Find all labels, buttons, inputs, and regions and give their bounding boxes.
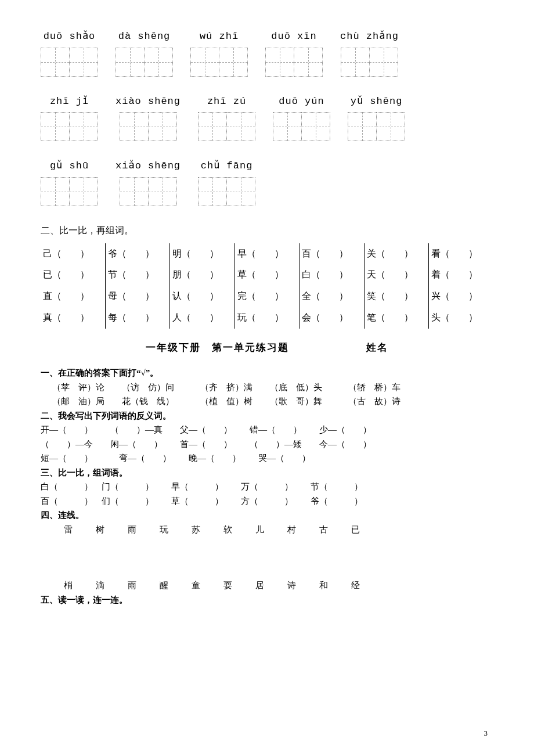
match-char[interactable]: 儿 (244, 523, 276, 537)
char-boxes[interactable] (341, 48, 398, 77)
q2-line[interactable]: 短—（ ） 弯—（ ） 晚—（ ） 哭—（ ） (41, 452, 493, 465)
pinyin-label: xiào shēng (116, 94, 181, 109)
char-boxes[interactable] (198, 112, 255, 141)
grid-cell[interactable]: 朋（ ） (172, 264, 232, 286)
grid-cell[interactable]: 爷（ ） (108, 243, 168, 265)
char-cell[interactable] (41, 112, 70, 141)
grid-cell[interactable]: 百（ ） (302, 243, 362, 265)
grid-cell[interactable]: 认（ ） (172, 286, 232, 307)
grid-cell[interactable]: 草（ ） (237, 264, 297, 286)
grid-cell[interactable]: 玩（ ） (237, 307, 297, 329)
char-cell[interactable] (265, 48, 294, 77)
grid-cell[interactable]: 白（ ） (302, 264, 362, 286)
q2-line[interactable]: 开—（ ） （ ）—真 父—（ ） 错—（ ） 少—（ ） (41, 423, 493, 437)
pinyin-item: chǔ fāng (198, 159, 255, 206)
match-char[interactable]: 和 (308, 579, 340, 592)
grid-cell[interactable]: 天（ ） (367, 264, 427, 286)
grid-cell[interactable]: 笔（ ） (367, 307, 427, 329)
match-char[interactable]: 玩 (148, 523, 180, 537)
match-char[interactable]: 诗 (276, 579, 308, 592)
char-cell[interactable] (198, 177, 227, 206)
match-char[interactable]: 雨 (116, 579, 148, 592)
char-cell[interactable] (190, 48, 219, 77)
match-char[interactable]: 树 (84, 523, 116, 537)
q1-line[interactable]: （苹 评）论 （访 仿）问 （齐 挤）满 （底 低）头 （轿 桥）车 (52, 381, 493, 394)
worksheet-title-row: 一年级下册 第一单元练习题 姓名 (41, 340, 493, 355)
match-char[interactable]: 村 (276, 523, 308, 537)
char-cell[interactable] (226, 177, 255, 206)
char-cell[interactable] (294, 48, 323, 77)
char-cell[interactable] (41, 177, 70, 206)
char-cell[interactable] (301, 112, 330, 141)
grid-cell[interactable]: 每（ ） (108, 307, 168, 329)
grid-column: 早（ ）草（ ）完（ ）玩（ ） (235, 243, 300, 329)
char-boxes[interactable] (120, 112, 177, 141)
q3-line[interactable]: 白（ ） 门（ ） 早（ ） 万（ ） 节（ ） (41, 480, 493, 494)
match-char[interactable]: 滴 (84, 579, 116, 592)
char-cell[interactable] (273, 112, 302, 141)
match-char[interactable]: 醒 (148, 579, 180, 592)
grid-cell[interactable]: 看（ ） (431, 243, 491, 265)
char-cell[interactable] (69, 112, 98, 141)
char-cell[interactable] (148, 177, 177, 206)
match-char[interactable]: 软 (212, 523, 244, 537)
grid-cell[interactable]: 己（ ） (43, 243, 103, 265)
grid-cell[interactable]: 会（ ） (302, 307, 362, 329)
grid-cell[interactable]: 真（ ） (43, 307, 103, 329)
grid-cell[interactable]: 笑（ ） (367, 286, 427, 307)
char-boxes[interactable] (265, 48, 323, 77)
char-boxes[interactable] (41, 112, 98, 141)
grid-cell[interactable]: 完（ ） (237, 286, 297, 307)
grid-cell[interactable]: 已（ ） (43, 264, 103, 286)
char-boxes[interactable] (120, 177, 177, 206)
char-cell[interactable] (341, 48, 370, 77)
grid-cell[interactable]: 关（ ） (367, 243, 427, 265)
grid-cell[interactable]: 全（ ） (302, 286, 362, 307)
char-cell[interactable] (369, 48, 398, 77)
char-boxes[interactable] (190, 48, 248, 77)
match-char[interactable]: 耍 (212, 579, 244, 592)
pinyin-item: zhī jǐ (41, 94, 98, 142)
grid-cell[interactable]: 明（ ） (172, 243, 232, 265)
grid-cell[interactable]: 早（ ） (237, 243, 297, 265)
char-boxes[interactable] (41, 48, 98, 77)
q3-line[interactable]: 百（ ） 们（ ） 草（ ） 方（ ） 爷（ ） (41, 495, 493, 508)
char-boxes[interactable] (41, 177, 98, 206)
grid-cell[interactable]: 人（ ） (172, 307, 232, 329)
char-boxes[interactable] (198, 177, 255, 206)
char-cell[interactable] (198, 112, 227, 141)
grid-cell[interactable]: 兴（ ） (431, 286, 491, 307)
match-char[interactable]: 已 (340, 523, 371, 537)
char-cell[interactable] (226, 112, 255, 141)
char-boxes[interactable] (273, 112, 330, 141)
grid-cell[interactable]: 直（ ） (43, 286, 103, 307)
match-char[interactable]: 雷 (52, 523, 84, 537)
match-char[interactable]: 经 (340, 579, 371, 592)
char-cell[interactable] (69, 48, 98, 77)
char-boxes[interactable] (116, 48, 173, 77)
char-cell[interactable] (41, 48, 70, 77)
char-cell[interactable] (219, 48, 248, 77)
grid-cell[interactable]: 着（ ） (431, 264, 491, 286)
grid-cell[interactable]: 母（ ） (108, 286, 168, 307)
char-cell[interactable] (69, 177, 98, 206)
char-cell[interactable] (148, 112, 177, 141)
match-char[interactable]: 苏 (180, 523, 212, 537)
char-cell[interactable] (348, 112, 377, 141)
match-char[interactable]: 居 (244, 579, 276, 592)
char-cell[interactable] (120, 177, 149, 206)
grid-cell[interactable]: 头（ ） (431, 307, 491, 329)
match-char[interactable]: 童 (180, 579, 212, 592)
q1-line[interactable]: （邮 油）局 花（钱 线） （植 值）树 （歌 哥）舞 （古 故）诗 (52, 395, 493, 408)
match-char[interactable]: 古 (308, 523, 340, 537)
char-cell[interactable] (376, 112, 405, 141)
match-char[interactable]: 雨 (116, 523, 148, 537)
grid-column: 明（ ）朋（ ）认（ ）人（ ） (170, 243, 235, 329)
match-char[interactable]: 梢 (52, 579, 84, 592)
q2-line[interactable]: （ ）—今 闲—（ ） 首—（ ） （ ）—矮 今—（ ） (41, 438, 493, 451)
char-cell[interactable] (144, 48, 173, 77)
char-cell[interactable] (120, 112, 149, 141)
grid-cell[interactable]: 节（ ） (108, 264, 168, 286)
char-boxes[interactable] (348, 112, 405, 141)
char-cell[interactable] (116, 48, 145, 77)
